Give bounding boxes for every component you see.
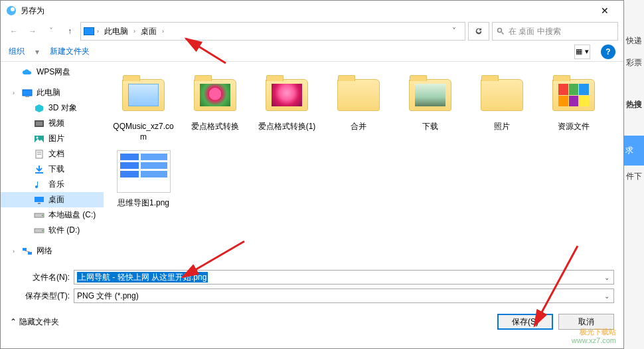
file-label: 下载 [422, 122, 438, 132]
file-thumbnail [120, 71, 167, 119]
file-item[interactable]: QQMusic_xz7.com [108, 68, 179, 145]
svg-rect-5 [25, 96, 29, 97]
navigation-bar: ← → ˅ ↑ › 此电脑 › 桌面 › ˅ 在 桌面 中搜索 [1, 21, 623, 42]
desktop-icon [34, 195, 44, 205]
svg-point-16 [42, 215, 43, 216]
up-level-button[interactable]: ↑ [62, 23, 78, 39]
3d-icon [34, 104, 44, 113]
tree-item-pc[interactable]: ›此电脑 [1, 85, 104, 100]
svg-point-18 [42, 230, 43, 231]
net-icon [22, 247, 33, 256]
tree-item-doc[interactable]: 文档 [1, 146, 104, 162]
dialog-title: 另存为 [21, 5, 592, 17]
watermark: 极光下载站 www.xz7.com [572, 328, 616, 345]
organize-button[interactable]: 组织 [9, 46, 25, 57]
tree-item-pic[interactable]: 图片 [1, 131, 104, 146]
file-item[interactable]: 合并 [323, 68, 394, 145]
tree-item-net[interactable]: ›网络 [1, 243, 104, 259]
filename-input[interactable]: 上网导航 - 轻快上网 从这里开始.png ⌄ [74, 270, 614, 285]
form-area: 文件名(N): 上网导航 - 轻快上网 从这里开始.png ⌄ 保存类型(T):… [1, 265, 623, 310]
tree-item-music[interactable]: 音乐 [1, 177, 104, 192]
dropdown-icon[interactable]: ⌄ [602, 292, 612, 300]
sidebar-ad-item[interactable]: 快递 [625, 30, 643, 52]
svg-rect-19 [23, 248, 27, 251]
file-thumbnail [550, 71, 598, 119]
crumb-sep-icon: › [162, 28, 164, 35]
file-thumbnail [335, 71, 382, 119]
file-label: 思维导图1.png [118, 198, 169, 209]
svg-rect-4 [23, 90, 32, 96]
svg-point-9 [37, 136, 39, 138]
file-label: 资源文件 [558, 122, 590, 132]
svg-point-2 [498, 29, 502, 33]
titlebar: 另存为 ✕ [1, 1, 623, 21]
file-item[interactable]: 照片 [466, 68, 538, 145]
tree-item-disk[interactable]: 本地磁盘 (C:) [1, 207, 104, 223]
file-label: 合并 [351, 122, 366, 132]
file-thumbnail [191, 71, 239, 119]
back-button[interactable]: ← [6, 23, 22, 39]
help-button[interactable]: ? [601, 45, 615, 59]
close-button[interactable]: ✕ [592, 1, 618, 21]
breadcrumb[interactable]: 桌面 [138, 26, 159, 37]
filename-label: 文件名(N): [10, 272, 74, 283]
footer: ⌃ 隐藏文件夹 保存(S) 取消 [1, 310, 623, 336]
hide-folders-toggle[interactable]: ⌃ 隐藏文件夹 [10, 316, 59, 328]
forward-button[interactable]: → [25, 23, 40, 39]
sidebar-ad-item[interactable]: 彩票 [625, 52, 643, 74]
app-icon [6, 5, 17, 16]
sidebar-ad-item[interactable]: 热搜 [625, 94, 643, 116]
filetype-label: 保存类型(T): [10, 291, 74, 302]
search-input[interactable]: 在 桌面 中搜索 [492, 22, 618, 41]
tree-item-down[interactable]: 下载 [1, 162, 104, 177]
chevron-up-icon: ⌃ [10, 317, 17, 326]
search-placeholder: 在 桌面 中搜索 [509, 26, 561, 37]
sidebar-ad-item[interactable]: 求 [624, 136, 644, 166]
file-item[interactable]: 思维导图1.png [108, 145, 179, 211]
tree-item-disk[interactable]: 软件 (D:) [1, 223, 104, 238]
svg-rect-14 [38, 203, 40, 204]
file-item[interactable]: 爱点格式转换 [179, 68, 251, 145]
up-button[interactable]: ˅ [43, 23, 59, 39]
tree-item-cloud[interactable]: WPS网盘 [1, 64, 104, 80]
address-dropdown-icon[interactable]: ˅ [446, 27, 462, 36]
disk-icon [34, 226, 44, 235]
crumb-sep-icon: › [97, 28, 99, 35]
toolbar: 组织 ▾ 新建文件夹 ▦ ▾ ? [1, 42, 623, 62]
pc-icon [22, 88, 33, 98]
file-item[interactable]: 爱点格式转换(1) [251, 68, 323, 145]
save-as-dialog: 另存为 ✕ ← → ˅ ↑ › 此电脑 › 桌面 › ˅ 在 桌面 中搜索 组织… [0, 0, 624, 349]
disk-icon [34, 211, 44, 220]
svg-rect-13 [35, 197, 44, 202]
down-icon [34, 165, 44, 174]
pc-icon [84, 27, 94, 35]
pic-icon [34, 134, 44, 144]
new-folder-button[interactable]: 新建文件夹 [50, 46, 90, 57]
filetype-select[interactable]: PNG 文件 (*.png) ⌄ [74, 289, 614, 303]
breadcrumb[interactable]: 此电脑 [102, 26, 131, 37]
cloud-icon [22, 68, 33, 77]
sidebar: WPS网盘›此电脑3D 对象视频图片文档下载音乐桌面本地磁盘 (C:)软件 (D… [1, 62, 104, 265]
file-content-area: QQMusic_xz7.com爱点格式转换爱点格式转换(1)合并下载照片资源文件… [104, 62, 623, 265]
tree-item-video[interactable]: 视频 [1, 116, 104, 131]
tree-item-3d[interactable]: 3D 对象 [1, 100, 104, 116]
view-options-button[interactable]: ▦ ▾ [574, 45, 590, 59]
video-icon [34, 119, 44, 128]
search-icon [497, 27, 505, 35]
file-item[interactable]: 资源文件 [538, 68, 609, 145]
file-label: 照片 [494, 122, 510, 132]
refresh-button[interactable] [468, 22, 489, 41]
save-button[interactable]: 保存(S) [497, 314, 553, 330]
main-area: WPS网盘›此电脑3D 对象视频图片文档下载音乐桌面本地磁盘 (C:)软件 (D… [1, 62, 623, 265]
music-icon [34, 180, 44, 189]
svg-rect-7 [36, 122, 42, 126]
file-thumbnail [478, 71, 526, 119]
tree-item-desktop[interactable]: 桌面 [1, 192, 104, 207]
address-bar[interactable]: › 此电脑 › 桌面 › ˅ [80, 22, 465, 41]
file-item[interactable]: 下载 [394, 68, 466, 145]
crumb-sep-icon: › [133, 28, 135, 35]
sidebar-ad-item[interactable]: 件下 [625, 166, 643, 187]
file-thumbnail [120, 148, 167, 195]
dropdown-icon[interactable]: ⌄ [602, 274, 612, 281]
file-thumbnail [406, 71, 454, 119]
